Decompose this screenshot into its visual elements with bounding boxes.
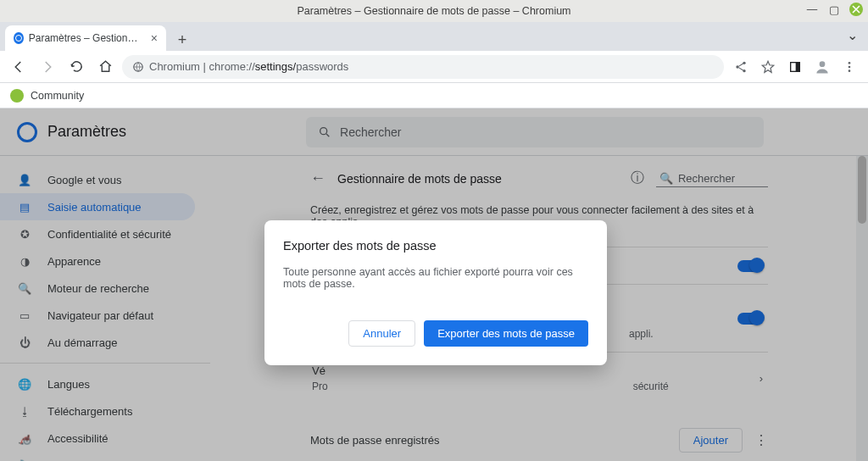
svg-rect-5 [796, 62, 800, 71]
site-info-icon[interactable] [132, 61, 144, 73]
svg-point-9 [849, 69, 851, 72]
minimize-icon[interactable]: — [805, 3, 819, 16]
address-bar[interactable]: Chromium | chrome://settings/passwords [122, 55, 724, 79]
close-tab-icon[interactable]: × [151, 31, 158, 45]
share-icon[interactable] [729, 55, 753, 79]
tab-strip: Paramètres – Gestionnaire de × + ⌄ [0, 22, 868, 51]
export-confirm-button[interactable]: Exporter des mots de passe [424, 320, 588, 347]
window-title: Paramètres – Gestionnaire de mots de pas… [297, 5, 570, 17]
maximize-icon[interactable]: ▢ [827, 3, 841, 16]
browser-tab[interactable]: Paramètres – Gestionnaire de × [5, 25, 166, 51]
tab-overflow-icon[interactable]: ⌄ [847, 27, 858, 43]
profile-icon[interactable] [810, 55, 834, 79]
bookmarks-bar: Community [0, 83, 868, 108]
back-button[interactable] [7, 55, 31, 79]
browser-toolbar: Chromium | chrome://settings/passwords [0, 51, 868, 83]
reload-button[interactable] [64, 55, 88, 79]
home-button[interactable] [93, 55, 117, 79]
bookmark-favicon [10, 89, 24, 103]
dialog-title: Exporter des mots de passe [283, 239, 588, 253]
os-titlebar: Paramètres – Gestionnaire de mots de pas… [0, 0, 868, 22]
tab-favicon [14, 32, 24, 44]
url-text: Chromium | chrome://settings/passwords [149, 60, 348, 73]
export-passwords-dialog: Exporter des mots de passe Toute personn… [264, 220, 607, 365]
forward-button[interactable] [36, 55, 59, 79]
tab-title: Paramètres – Gestionnaire de [29, 32, 142, 44]
close-window-icon[interactable] [849, 3, 863, 16]
svg-point-7 [849, 62, 851, 64]
menu-icon[interactable] [837, 55, 861, 79]
bookmark-star-icon[interactable] [756, 55, 780, 79]
dialog-body: Toute personne ayant accès au fichier ex… [283, 266, 588, 290]
reading-list-icon[interactable] [783, 55, 807, 79]
svg-point-8 [849, 65, 851, 68]
cancel-button[interactable]: Annuler [348, 320, 415, 347]
bookmark-item[interactable]: Community [31, 90, 84, 102]
new-tab-button[interactable]: + [171, 29, 193, 51]
svg-point-6 [820, 61, 826, 67]
